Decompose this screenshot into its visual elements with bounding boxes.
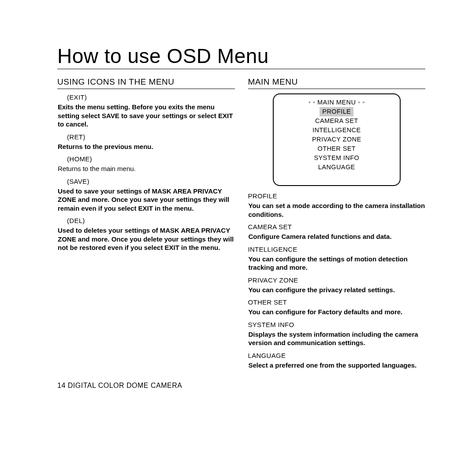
- intelligence-label: INTELLIGENCE: [248, 245, 426, 253]
- content-columns: USING ICONS IN THE MENU (EXIT) Exits the…: [57, 77, 425, 369]
- save-label: (SAVE): [67, 178, 235, 185]
- page-footer: 14 DIGITAL COLOR DOME CAMERA: [57, 382, 425, 390]
- camera-set-desc: Configure Camera related functions and d…: [249, 232, 426, 241]
- osd-item-camera-set: CAMERA SET: [278, 116, 395, 126]
- del-desc: Used to deletes your settings of MASK AR…: [58, 226, 235, 252]
- osd-item-privacy-zone: PRIVACY ZONE: [278, 135, 395, 144]
- ret-label: (RET): [67, 133, 235, 141]
- osd-item-intelligence: INTELLIGENCE: [278, 126, 395, 135]
- osd-item-language: LANGUAGE: [278, 163, 395, 172]
- profile-desc: You can set a mode according to the came…: [249, 201, 426, 219]
- osd-menu-box: ◦ ◦ MAIN MENU ◦ ◦ PROFILE CAMERA SET INT…: [273, 93, 401, 186]
- intelligence-desc: You can configure the settings of motion…: [249, 255, 426, 272]
- osd-item-system-info: SYSTEM INFO: [278, 153, 395, 163]
- home-desc: Returns to the main menu.: [58, 164, 235, 173]
- osd-title: ◦ ◦ MAIN MENU ◦ ◦: [278, 98, 395, 107]
- exit-desc: Exits the menu setting. Before you exits…: [58, 103, 235, 129]
- osd-item-other-set: OTHER SET: [278, 144, 395, 153]
- system-info-label: SYSTEM INFO: [248, 321, 426, 328]
- osd-item-profile: PROFILE: [320, 107, 353, 116]
- system-info-desc: Displays the system information includin…: [249, 330, 426, 347]
- exit-label: (EXIT): [67, 93, 235, 101]
- camera-set-label: CAMERA SET: [248, 223, 426, 231]
- language-desc: Select a preferred one from the supporte…: [249, 361, 426, 370]
- other-set-label: OTHER SET: [248, 298, 426, 306]
- save-desc: Used to save your settings of MASK AREA …: [58, 187, 235, 213]
- ret-desc: Returns to the previous menu.: [58, 142, 235, 151]
- home-label: (HOME): [67, 155, 235, 163]
- main-menu-heading: MAIN MENU: [248, 77, 426, 89]
- other-set-desc: You can configure for Factory defaults a…: [249, 308, 426, 316]
- privacy-zone-desc: You can configure the privacy related se…: [249, 286, 426, 294]
- right-column: MAIN MENU ◦ ◦ MAIN MENU ◦ ◦ PROFILE CAME…: [248, 77, 426, 369]
- using-icons-heading: USING ICONS IN THE MENU: [57, 77, 235, 89]
- page-title: How to use OSD Menu: [57, 44, 425, 69]
- privacy-zone-label: PRIVACY ZONE: [248, 276, 426, 284]
- del-label: (DEL): [67, 217, 235, 224]
- profile-label: PROFILE: [248, 192, 426, 200]
- left-column: USING ICONS IN THE MENU (EXIT) Exits the…: [57, 77, 235, 369]
- language-label: LANGUAGE: [248, 352, 426, 359]
